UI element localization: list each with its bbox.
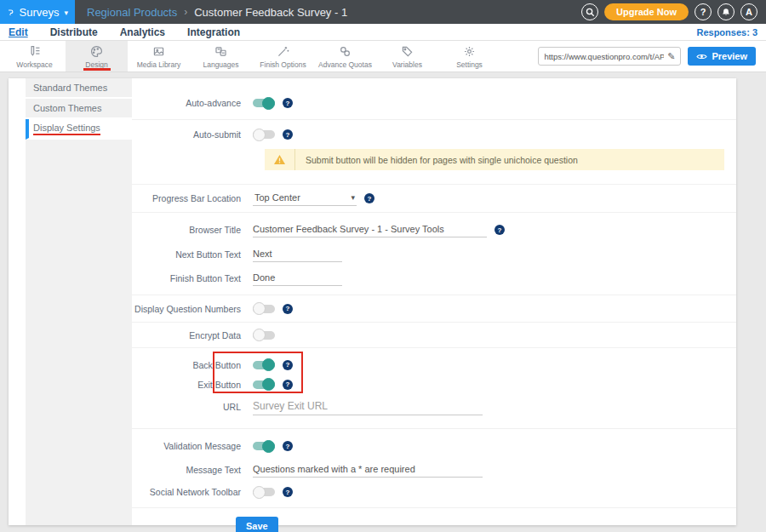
next-button-text-row: Next Button Text [132, 243, 736, 266]
social-network-toolbar-label: Social Network Toolbar [132, 487, 253, 497]
browser-title-row: Browser Title ? [132, 217, 736, 243]
question-mark-icon: ? [700, 7, 706, 17]
responses-count[interactable]: Responses: 3 [696, 27, 757, 37]
chevron-down-icon: ▾ [64, 9, 68, 17]
design-palette-icon [89, 44, 104, 59]
display-question-numbers-toggle[interactable] [253, 305, 275, 313]
help-button[interactable]: ? [695, 3, 712, 20]
toolbar-item-media-library[interactable]: Media Library [128, 41, 190, 72]
notifications-button[interactable] [717, 3, 735, 20]
next-button-text-input[interactable] [253, 247, 342, 262]
breadcrumb: Regional Products › Customer Feedback Su… [87, 6, 581, 19]
auto-submit-row: Auto-submit ? [132, 120, 736, 149]
back-button-row: Back Button ? [132, 355, 736, 375]
gear-icon [462, 44, 477, 59]
eye-icon [696, 53, 707, 60]
toolbar-item-finish-options[interactable]: Finish Options [252, 41, 314, 72]
next-button-text-label: Next Button Text [132, 249, 253, 260]
validation-message-toggle[interactable] [253, 442, 275, 450]
toolbar-item-workspace[interactable]: Workspace [3, 41, 66, 72]
help-icon[interactable]: ? [364, 193, 374, 203]
auto-advance-label: Auto-advance [132, 98, 253, 108]
breadcrumb-current: Customer Feedback Survey - 1 [194, 6, 347, 19]
account-avatar[interactable]: A [740, 3, 757, 20]
toolbar-item-languages[interactable]: Languages [190, 41, 252, 72]
tag-icon [400, 44, 414, 59]
finish-button-text-input[interactable] [253, 271, 342, 286]
message-text-row: Message Text [132, 459, 736, 481]
exit-url-label: URL [132, 402, 253, 412]
browser-title-label: Browser Title [132, 225, 253, 235]
sidebar-item-custom-themes[interactable]: Custom Themes [26, 99, 132, 119]
annotation-underline [83, 68, 111, 71]
exit-button-label: Exit Button [132, 380, 253, 390]
validation-message-row: Validation Message ? [132, 433, 736, 459]
selected-option: Top Center [254, 192, 300, 203]
toolbar-item-label: Advance Quotas [318, 60, 372, 69]
main-nav: Edit Distribute Analytics Integration Re… [0, 24, 766, 41]
breadcrumb-separator-icon: › [184, 6, 187, 18]
translate-icon [214, 44, 228, 59]
product-name: Surveys [20, 6, 60, 19]
toolbar-item-label: Design [85, 60, 107, 69]
upgrade-now-button[interactable]: Upgrade Now [604, 3, 689, 20]
back-button-toggle[interactable] [253, 361, 275, 369]
tab-integration[interactable]: Integration [187, 26, 240, 38]
search-button[interactable] [581, 3, 598, 20]
survey-url-input[interactable] [544, 52, 664, 61]
social-network-toolbar-toggle[interactable] [253, 488, 275, 496]
help-icon[interactable]: ? [283, 380, 293, 390]
help-icon[interactable]: ? [283, 129, 293, 140]
survey-url-box: ✎ [538, 47, 681, 66]
progress-bar-location-label: Progress Bar Location [132, 193, 253, 203]
topbar-actions: Upgrade Now ? A [581, 3, 766, 20]
breadcrumb-parent[interactable]: Regional Products [87, 6, 177, 19]
avatar-initial: A [746, 7, 752, 17]
help-icon[interactable]: ? [494, 225, 505, 235]
bell-icon [722, 8, 730, 17]
display-question-numbers-label: Display Question Numbers [132, 304, 253, 314]
chevron-down-icon: ▾ [351, 193, 355, 202]
image-icon [151, 44, 166, 59]
sidebar-item-standard-themes[interactable]: Standard Themes [26, 78, 132, 99]
social-network-toolbar-row: Social Network Toolbar ? [132, 481, 736, 503]
tab-analytics[interactable]: Analytics [120, 26, 165, 38]
search-icon [586, 8, 595, 17]
help-icon[interactable]: ? [283, 441, 293, 451]
tab-edit[interactable]: Edit [9, 26, 28, 38]
progress-bar-location-row: Progress Bar Location Top Center ▾ ? [132, 185, 736, 212]
edit-pencil-icon[interactable]: ✎ [667, 51, 675, 62]
product-switcher[interactable]: Surveys ▾ [0, 0, 75, 24]
toolbar-item-label: Settings [456, 60, 483, 69]
exit-button-toggle[interactable] [253, 380, 275, 389]
help-icon[interactable]: ? [283, 304, 293, 314]
auto-submit-toggle[interactable] [253, 130, 275, 139]
toolbar-item-variables[interactable]: Variables [376, 41, 438, 72]
message-text-input[interactable] [253, 462, 483, 478]
toolbar-item-label: Variables [392, 60, 422, 69]
toolbar-item-design[interactable]: Design [66, 41, 128, 72]
preview-button[interactable]: Preview [688, 47, 756, 66]
browser-title-input[interactable] [253, 222, 487, 237]
help-icon[interactable]: ? [283, 360, 293, 370]
auto-submit-warning: Submit button will be hidden for pages w… [265, 149, 724, 170]
exit-url-input[interactable] [253, 398, 483, 415]
toolbar-item-label: Languages [203, 60, 238, 69]
toolbar-item-advance-quotas[interactable]: Advance Quotas [314, 41, 376, 72]
display-question-numbers-row: Display Question Numbers ? [132, 295, 736, 322]
auto-submit-label: Auto-submit [132, 129, 253, 140]
help-icon[interactable]: ? [283, 487, 293, 497]
encrypt-data-row: Encrypt Data [132, 323, 736, 347]
tab-distribute[interactable]: Distribute [50, 26, 98, 38]
encrypt-data-toggle[interactable] [253, 331, 275, 340]
help-icon[interactable]: ? [283, 98, 293, 108]
save-button[interactable]: Save [236, 517, 278, 532]
sidebar-item-display-settings[interactable]: Display Settings [26, 119, 132, 140]
progress-bar-location-select[interactable]: Top Center ▾ [253, 191, 357, 206]
warning-text: Submit button will be hidden for pages w… [295, 155, 578, 165]
validation-message-label: Validation Message [132, 441, 253, 451]
design-toolbar: Workspace Design Media Library Languages… [0, 41, 766, 72]
encrypt-data-label: Encrypt Data [132, 330, 253, 340]
toolbar-item-settings[interactable]: Settings [438, 41, 500, 72]
auto-advance-toggle[interactable] [253, 99, 275, 107]
